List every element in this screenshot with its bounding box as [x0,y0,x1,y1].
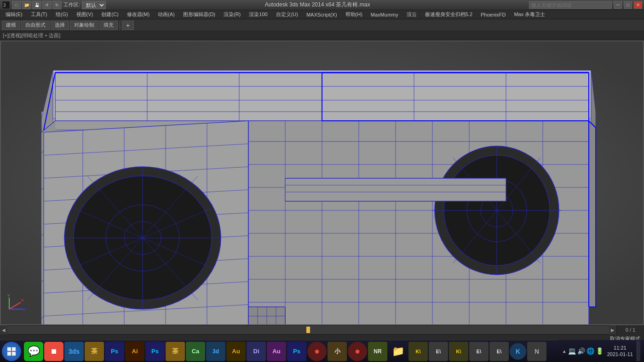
viewport[interactable]: X Y Z [0,40,644,325]
taskbar-ps3[interactable]: Ps [287,342,306,361]
start-button[interactable] [2,342,21,361]
menu-maxmummy[interactable]: MaxMummy [367,11,402,19]
tray-icon-2: 🔊 [577,347,585,355]
tray-icon-3: 🌐 [586,347,594,355]
app-logo[interactable]: 3 [2,1,10,9]
menu-help[interactable]: 帮助(H) [342,11,366,19]
svg-rect-126 [12,352,16,356]
wireframe-scene [0,40,644,325]
close-button[interactable]: ✕ [634,1,642,9]
menu-edit[interactable]: 编辑(E) [2,11,26,19]
svg-text:Z: Z [23,307,25,311]
viewport-label: [+][透视][明暗处理 + 边面] [0,31,644,40]
taskbar-folder-k2[interactable]: K\ [449,342,468,361]
tab-freeform[interactable]: 自由形式 [21,21,50,30]
timeline-track[interactable] [7,326,609,334]
viewport-label-text: [+][透视][明暗处理 + 边面] [3,32,60,39]
taskbar-illustrator[interactable]: Ai [125,342,144,361]
svg-text:3: 3 [3,3,6,8]
taskbar-tea1[interactable]: 茶 [85,342,104,361]
taskbar-folder-e1[interactable]: E\ [429,342,448,361]
taskbar-red-circle2[interactable]: ● [348,342,367,361]
taskbar-redapp[interactable]: ■ [44,342,63,361]
taskbar-k-app[interactable]: K [510,343,526,360]
taskbar-ps2[interactable]: Ps [145,342,165,361]
window-title: Autodesk 3ds Max 2014 x64 茶几有椅.max [106,1,529,9]
frame-display: 0 / 1 [616,325,644,334]
open-icon[interactable]: 📂 [22,1,31,9]
taskbar-3dsmax[interactable]: 3ds [64,342,84,361]
menu-view[interactable]: 视图(V) [73,11,97,19]
menu-tools[interactable]: 工具(T) [27,11,51,19]
taskbar-tea2[interactable]: 茶 [166,342,185,361]
taskbar-diamond[interactable]: Di [247,342,266,361]
title-bar-right: ─ □ ✕ [529,1,642,9]
tab-object-paint[interactable]: 对象绘制 [70,21,98,30]
taskbar-autodesk[interactable]: Au [226,342,246,361]
timeline-bar: ◀ ▶ 0 / 1 [0,325,644,334]
clock-date: 2021-01-11 [607,351,633,357]
menu-phoenixfd[interactable]: PhoenixFD [477,11,509,19]
tab-populate[interactable]: 填充 [99,21,118,30]
taskbar-nr-app[interactable]: NR [368,342,387,361]
svg-text:Y: Y [7,294,10,298]
system-clock[interactable]: 11:21 2021-01-11 [607,345,633,358]
taskbar-audio[interactable]: Au [267,342,286,361]
menu-graph-editor[interactable]: 图形编辑器(D) [179,11,219,19]
timeline-marker [306,327,310,333]
extra-btn[interactable]: + [122,21,134,30]
axis-indicator: X Y Z [5,293,28,316]
workspace-text: 工作区: [63,1,80,8]
timeline-next-button[interactable]: ▶ [609,325,616,334]
menu-bar: 编辑(E) 工具(T) 组(G) 视图(V) 创建(C) 修改器(M) 动画(A… [0,10,644,19]
svg-rect-125 [7,352,11,356]
taskbar-folder-e3[interactable]: E\ [489,342,509,361]
tray-arrow-icon[interactable]: ▲ [562,349,567,354]
taskbar-wechat[interactable]: 💬 [24,342,43,361]
svg-marker-106 [589,121,596,307]
taskbar: 💬 ■ 3ds 茶 Ps Ai Ps 茶 Ca 3d Au Di Au Ps ●… [0,340,644,362]
taskbar-folder1[interactable]: 📁 [388,342,408,361]
tab-select[interactable]: 选择 [51,21,69,30]
tab-modeling[interactable]: 建模 [2,21,20,30]
menu-antivirus[interactable]: Max 杀毒卫士 [510,11,549,19]
menu-create[interactable]: 创建(C) [98,11,122,19]
clock-time: 11:21 [607,345,633,351]
taskbar-small-app[interactable]: 小 [328,342,347,361]
save-icon[interactable]: 💾 [32,1,41,9]
maximize-button[interactable]: □ [624,1,632,9]
taskbar-red-circle1[interactable]: ● [307,342,327,361]
menu-render[interactable]: 渲染(R) [220,11,244,19]
minimize-button[interactable]: ─ [614,1,622,9]
title-bar-left: 3 □ 📂 💾 ↺ ↻ 工作区: 默认 [2,1,106,9]
menu-maxscript[interactable]: MAXScript(X) [303,11,341,19]
taskbar-capture[interactable]: Ca [186,342,205,361]
workspace-dropdown[interactable]: 默认 [82,1,106,9]
menu-animation[interactable]: 动画(A) [154,11,178,19]
taskbar-n-app[interactable]: N [527,342,546,361]
search-input[interactable] [529,1,612,9]
new-icon[interactable]: □ [12,1,21,9]
menu-customize[interactable]: 自定义(U) [272,11,302,19]
taskbar-3dsmax2[interactable]: 3d [206,342,225,361]
scene-canvas: X Y Z [0,40,644,325]
toolbar-sep [120,21,120,29]
menu-cloud[interactable]: 渲云 [403,11,420,19]
undo-icon[interactable]: ↺ [42,1,52,9]
toolbar-row: 建模 自由形式 选择 对象绘制 填充 + [0,19,644,31]
menu-group[interactable]: 组(G) [52,11,72,19]
menu-render100[interactable]: 渲染100 [245,11,271,19]
svg-rect-123 [7,347,11,351]
taskbar-photoshop[interactable]: Ps [105,342,124,361]
menu-modify[interactable]: 修改器(M) [123,11,154,19]
menu-speed[interactable]: 极速瘦身安全归档5.2 [421,11,476,19]
timeline-prev-button[interactable]: ◀ [0,325,7,334]
svg-rect-124 [12,347,16,351]
toolbar-icons: □ 📂 💾 ↺ ↻ [12,1,62,9]
redo-icon[interactable]: ↻ [52,1,62,9]
taskbar-folder-k1[interactable]: K\ [408,342,428,361]
workspace-label: 工作区: 默认 [63,1,106,9]
taskbar-folder-e2[interactable]: E\ [469,342,489,361]
tray-icons-group: ▲ 💻 🔊 🌐 🔋 [562,347,604,355]
show-desktop-button[interactable] [637,341,640,361]
